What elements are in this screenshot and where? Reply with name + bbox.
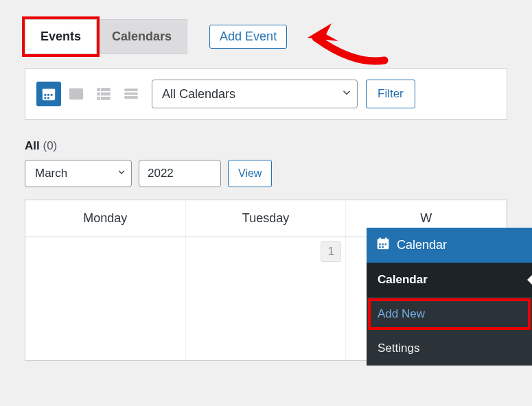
list-view-icon[interactable] xyxy=(91,82,116,106)
svg-rect-20 xyxy=(382,243,384,246)
svg-rect-1 xyxy=(43,89,55,93)
compact-list-icon[interactable] xyxy=(119,82,143,106)
count-number: (0) xyxy=(43,139,57,152)
filter-button[interactable]: Filter xyxy=(366,80,415,108)
svg-point-25 xyxy=(385,237,387,239)
svg-rect-14 xyxy=(101,97,110,100)
svg-rect-15 xyxy=(125,89,137,91)
tab-events[interactable]: Events xyxy=(25,19,97,54)
svg-rect-6 xyxy=(47,97,49,99)
month-select[interactable]: March xyxy=(25,160,132,187)
sidebar-item-add-new[interactable]: Add New xyxy=(367,297,532,331)
year-input[interactable] xyxy=(139,160,221,187)
sidebar-item-calendar[interactable]: Calendar xyxy=(367,263,532,297)
svg-point-24 xyxy=(380,237,382,239)
weekday-header: Tuesday xyxy=(186,200,347,237)
svg-rect-22 xyxy=(379,246,381,248)
svg-rect-19 xyxy=(379,243,381,246)
svg-rect-13 xyxy=(97,97,100,100)
svg-rect-9 xyxy=(97,88,100,91)
svg-rect-2 xyxy=(45,94,47,96)
sidebar-head-label: Calendar xyxy=(397,238,447,252)
svg-rect-21 xyxy=(385,243,387,246)
calendar-cell[interactable]: 1 xyxy=(186,237,347,360)
chevron-down-icon xyxy=(340,86,353,102)
svg-rect-10 xyxy=(101,88,110,91)
calendar-view-icon[interactable] xyxy=(36,82,61,106)
calendar-select-label: All Calendars xyxy=(162,87,235,102)
svg-rect-5 xyxy=(45,97,47,99)
add-event-button[interactable]: Add Event xyxy=(209,25,287,49)
view-button[interactable]: View xyxy=(228,160,272,187)
svg-rect-23 xyxy=(382,246,384,248)
svg-rect-16 xyxy=(125,93,137,95)
chevron-down-icon xyxy=(116,167,127,181)
card-view-icon[interactable] xyxy=(64,82,89,106)
view-mode-icons xyxy=(36,82,143,106)
calendar-cell[interactable] xyxy=(25,237,186,360)
count-label: All xyxy=(25,139,40,152)
day-number: 1 xyxy=(321,241,341,262)
sidebar-item-settings[interactable]: Settings xyxy=(367,331,532,366)
svg-rect-11 xyxy=(97,93,100,95)
weekday-header: Monday xyxy=(25,200,186,237)
svg-rect-17 xyxy=(125,97,137,99)
month-select-label: March xyxy=(35,167,67,180)
svg-rect-4 xyxy=(51,94,53,96)
sidebar-head[interactable]: Calendar xyxy=(367,228,532,263)
svg-rect-12 xyxy=(101,93,110,95)
filter-panel: All Calendars Filter xyxy=(25,68,507,120)
calendar-select[interactable]: All Calendars xyxy=(152,80,358,108)
tab-calendars[interactable]: Calendars xyxy=(97,19,187,54)
svg-rect-3 xyxy=(47,94,49,96)
calendar-icon xyxy=(376,237,390,254)
results-count: All (0) xyxy=(25,139,507,153)
admin-sidebar: Calendar Calendar Add New Settings xyxy=(367,228,532,366)
